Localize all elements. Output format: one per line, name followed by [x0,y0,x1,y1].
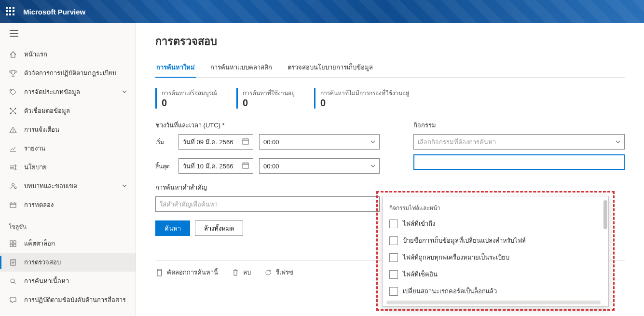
sidebar-item-search[interactable]: การค้นหาเนื้อหา [0,272,136,290]
stat-label: การค้นหาเสร็จสมบูรณ์ [162,88,217,97]
checkbox[interactable] [389,270,398,279]
sidebar-item-label: การทดลอง [24,200,127,210]
svg-rect-16 [14,241,16,243]
sidebar-item-chart[interactable]: รายงาน [0,139,136,158]
activity-option[interactable]: ไฟล์ที่ถูกลบทุกฟเครื่องหมายเป็นระเบียบ [383,249,608,266]
scrollbar-vertical[interactable] [603,200,607,297]
sidebar-item-label: การจัดประเภทข้อมูล [24,87,115,97]
checkbox[interactable] [389,236,398,245]
tab[interactable]: การค้นหาใหม่ [155,58,196,77]
svg-rect-15 [10,241,13,243]
svg-point-9 [13,131,14,132]
sidebar-item-connector[interactable]: ตัวเชื่อมต่อข้อมูล [0,101,136,120]
date-range-label: ช่วงวันที่และเวลา (UTC) * [155,120,380,130]
svg-rect-18 [14,244,16,247]
activities-dropdown[interactable]: เลือกกิจกรรมที่ต้องการค้นหา [413,134,625,150]
sidebar-item-label: นโยบาย [24,162,127,172]
home-icon [9,50,17,59]
start-time-input[interactable]: 00:00 [259,134,380,150]
app-header: Microsoft Purview [0,0,644,23]
sidebar-item-label: การแจ้งเตือน [24,124,127,135]
keyword-label: การค้นหาคำสำคัญ [155,182,380,192]
policy-icon [9,163,17,172]
catalog-icon [9,239,17,248]
trophy-icon [9,69,17,78]
svg-point-12 [12,183,14,186]
keyword-input[interactable] [155,196,380,212]
end-time-input[interactable]: 00:00 [259,158,380,174]
tab[interactable]: ตรวจสอบนโยบายการเก็บข้อมูล [287,58,374,77]
activity-option-label: ไฟล์ที่เช็คอิน [403,269,438,279]
search-icon [9,277,17,286]
sidebar-item-label: หน้าแรก [24,49,127,59]
sidebar-item-label: รายงาน [24,143,127,153]
stat-label: การค้นหาที่ไม่มีการกรองที่ใช้งานอยู่ [320,88,409,97]
chevron-down-icon [122,182,127,190]
tag-icon [9,88,17,96]
svg-rect-25 [243,139,248,144]
svg-point-23 [11,279,14,283]
svg-line-24 [14,282,16,284]
svg-rect-14 [10,203,16,207]
sidebar-item-trophy[interactable]: ตัวจัดการการปฏิบัติตามกฎระเบียบ [0,64,136,82]
sidebar-item-home[interactable]: หน้าแรก [0,45,136,64]
connector-icon [9,107,17,115]
copy-search-button[interactable]: คัดลอกการค้นหานี้ [155,267,218,277]
chevron-down-icon [616,138,620,146]
clear-button[interactable]: ล้างทั้งหมด [195,220,243,236]
checkbox[interactable] [389,220,398,228]
sidebar-item-comm[interactable]: การปฏิบัติตามข้อบังคับด้านการสื่อสาร [0,290,136,309]
start-date-input[interactable]: วันที่ 09 มี.ค. 2566 [178,134,253,150]
app-launcher-icon[interactable] [6,7,15,16]
sidebar-item-label: การตรวจสอบ [24,257,127,267]
tabs: การค้นหาใหม่การค้นหาแบบคลาสสิกตรวจสอบนโย… [155,58,625,78]
hamburger-button[interactable] [0,23,136,45]
sidebar-item-roles[interactable]: บทบาทและขอบเขต [0,177,136,195]
calendar-icon [242,138,249,146]
sidebar: หน้าแรกตัวจัดการการปฏิบัติตามกฎระเบียบกา… [0,23,136,316]
start-label: เริ่ม [155,137,173,147]
svg-rect-33 [157,271,162,276]
stat: การค้นหาที่ไม่มีการกรองที่ใช้งานอยู่0 [314,88,409,109]
activity-option[interactable]: ไฟล์ที่เข้าถึง [383,215,608,232]
delete-button[interactable]: ลบ [232,267,251,277]
svg-rect-17 [10,244,13,247]
checkbox[interactable] [389,253,398,262]
tab[interactable]: การค้นหาแบบคลาสสิก [209,58,273,77]
end-label: สิ้นสุด [155,162,173,171]
scrollbar-horizontal[interactable] [386,301,601,304]
svg-rect-29 [243,163,248,168]
sidebar-item-alert[interactable]: การแจ้งเตือน [0,120,136,139]
roles-icon [9,182,17,191]
sidebar-item-label: ตัวเชื่อมต่อข้อมูล [24,106,127,116]
activity-option-label: ป้ายชื่อการเก็บข้อมูลที่เปลี่ยนแปลงสำหรั… [403,235,526,246]
search-button[interactable]: ค้นหา [155,220,190,236]
comm-icon [9,296,17,304]
activity-option[interactable]: ไฟล์ที่เช็คอิน [383,266,608,283]
stat-label: การค้นหาที่ใช้งานอยู่ [243,88,295,97]
checkbox[interactable] [389,287,398,296]
sidebar-item-policy[interactable]: นโยบาย [0,158,136,177]
activities-filter-input[interactable] [413,154,625,170]
activities-dropdown-panel[interactable]: กิจกรรมไฟล์และหน้า ไฟล์ที่เข้าถึงป้ายชื่… [382,196,609,307]
sidebar-item-trial[interactable]: การทดลอง [0,195,136,214]
chevron-down-icon [122,88,127,96]
sidebar-item-audit[interactable]: การตรวจสอบ [0,253,136,272]
sidebar-item-tag[interactable]: การจัดประเภทข้อมูล [0,82,136,101]
sidebar-item-catalog[interactable]: แค็ตตาล็อก [0,234,136,253]
stat: การค้นหาที่ใช้งานอยู่0 [236,88,295,109]
refresh-button[interactable]: รีเฟรช [264,267,293,277]
audit-icon [9,258,17,267]
chevron-down-icon [370,138,375,146]
activities-label: กิจกรรม [413,120,625,130]
main-content: การตรวจสอบ การค้นหาใหม่การค้นหาแบบคลาสสิ… [136,23,644,316]
sidebar-item-label: บทบาทและขอบเขต [24,181,115,191]
activity-group-label: กิจกรรมไฟล์และหน้า [383,200,608,215]
end-date-input[interactable]: วันที่ 10 มี.ค. 2566 [178,158,253,174]
activity-option-label: เปลี่ยนสถานะเรกคอร์ดเป็นล็อกแล้ว [403,286,497,296]
activity-option[interactable]: ป้ายชื่อการเก็บข้อมูลที่เปลี่ยนแปลงสำหรั… [383,232,608,249]
stats-row: การค้นหาเสร็จสมบูรณ์0การค้นหาที่ใช้งานอย… [155,88,625,109]
activity-option[interactable]: เปลี่ยนสถานะเรกคอร์ดเป็นล็อกแล้ว [383,283,608,300]
sidebar-item-label: ตัวจัดการการปฏิบัติตามกฎระเบียบ [24,68,127,78]
svg-point-3 [11,90,12,91]
